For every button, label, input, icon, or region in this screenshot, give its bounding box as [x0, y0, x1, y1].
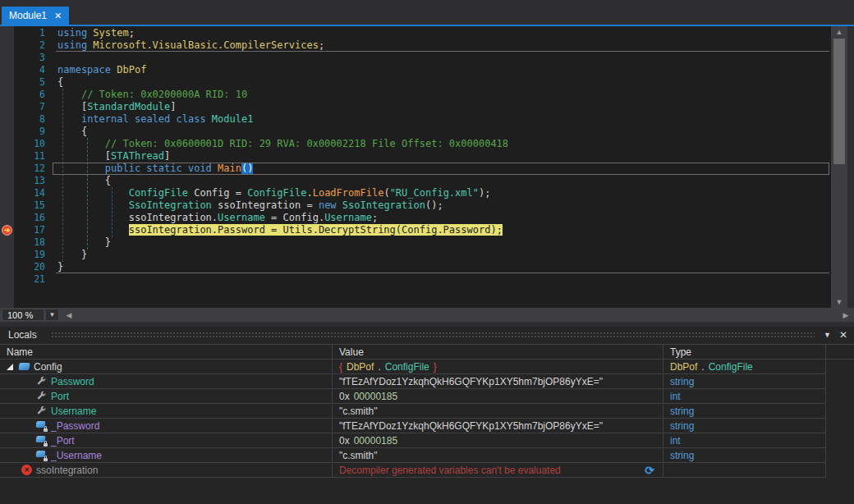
locals-row[interactable]: Username"c.smith"string: [0, 404, 854, 419]
code-line[interactable]: 19 }: [0, 249, 831, 261]
locals-row[interactable]: Port0x00000185int: [0, 389, 854, 404]
variable-name: Password: [51, 374, 94, 389]
value-cell[interactable]: {DbPof.ConfigFile}: [333, 360, 663, 374]
property-wrench-icon: [36, 405, 47, 416]
type-cell: int: [663, 433, 826, 448]
code-line[interactable]: 12 public static void Main(): [0, 163, 831, 175]
locals-panel: Locals ▼ ✕ Name Value Type Config{DbPof.…: [0, 327, 854, 504]
tab-close-icon[interactable]: ✕: [54, 11, 62, 21]
value-cell[interactable]: 0x00000185: [333, 433, 663, 448]
variable-name: ssoIntegration: [36, 463, 98, 478]
locals-close-icon[interactable]: ✕: [839, 329, 847, 341]
code-line[interactable]: 11 [STAThread]: [0, 150, 831, 163]
code-line[interactable]: 7 [StandardModule]: [0, 101, 831, 113]
name-cell[interactable]: _Username: [0, 448, 333, 463]
line-number: 2: [0, 39, 45, 52]
code-editor[interactable]: 1using System;2using Microsoft.VisualBas…: [0, 26, 831, 308]
type-cell: string: [663, 374, 826, 389]
code-line[interactable]: 6 // Token: 0x0200000A RID: 10: [0, 89, 831, 101]
value-cell[interactable]: 0x00000185: [333, 389, 663, 404]
scroll-down-icon[interactable]: ▼: [831, 298, 847, 306]
tab-title: Module1: [9, 10, 47, 21]
column-header-name[interactable]: Name: [0, 345, 333, 360]
variable-name: _Password: [51, 419, 99, 433]
value-cell[interactable]: "fTEzAfYDoz1YzkqhQkH6GQFYKp1XY5hm7bjOP86…: [333, 374, 663, 389]
scroll-up-icon[interactable]: ▲: [831, 28, 847, 36]
variable-name: _Port: [51, 433, 75, 448]
line-number: 18: [0, 236, 45, 249]
dnspy-debugger-window: Module1 ✕ 1using System;2using Microsoft…: [0, 0, 854, 504]
breakpoint-current-statement-icon[interactable]: ➜: [2, 225, 12, 236]
current-line-box: [53, 163, 829, 175]
code-lines: 1using System;2using Microsoft.VisualBas…: [0, 27, 831, 286]
locals-row[interactable]: _Password"fTEzAfYDoz1YzkqhQkH6GQFYKp1XY5…: [0, 419, 854, 433]
name-cell[interactable]: Config: [0, 360, 333, 374]
column-header-value[interactable]: Value: [333, 345, 663, 360]
code-line[interactable]: 20}: [0, 261, 831, 273]
name-cell[interactable]: Port: [0, 389, 333, 404]
name-cell[interactable]: Username: [0, 404, 333, 419]
name-cell[interactable]: ✕ssoIntegration: [0, 463, 333, 478]
line-number: 12: [0, 163, 45, 175]
line-number: 4: [0, 64, 45, 76]
line-number: 15: [0, 199, 45, 212]
value-cell[interactable]: "c.smith": [333, 404, 663, 419]
private-field-icon: [36, 436, 47, 446]
variable-name: Config: [34, 360, 62, 374]
locals-row[interactable]: _Port0x00000185int: [0, 433, 854, 448]
window-position-icon[interactable]: ▼: [824, 331, 831, 339]
line-number: 16: [0, 212, 45, 224]
code-line[interactable]: 13 {: [0, 175, 831, 187]
line-number: 21: [0, 273, 45, 286]
field-icon: [19, 363, 30, 370]
locals-title-bar[interactable]: Locals ▼ ✕: [0, 327, 854, 343]
scroll-left-icon[interactable]: ◀: [61, 311, 77, 319]
vertical-scrollbar-thumb[interactable]: [833, 39, 845, 164]
code-line[interactable]: 1using System;: [0, 27, 831, 39]
code-line[interactable]: 14 ConfigFile Config = ConfigFile.LoadFr…: [0, 187, 831, 199]
zoom-level-value: 100 %: [7, 310, 33, 320]
code-line[interactable]: 16 ssoIntegration.Username = Config.User…: [0, 212, 831, 224]
name-cell[interactable]: _Port: [0, 433, 333, 448]
private-field-icon: [36, 451, 47, 460]
refresh-icon[interactable]: ⟳: [645, 463, 654, 478]
tab-module1[interactable]: Module1 ✕: [2, 7, 69, 25]
code-line[interactable]: 17 ssoIntegration.Password = Utils.Decry…: [0, 224, 831, 236]
line-number: 3: [0, 52, 45, 64]
code-line[interactable]: 9 {: [0, 126, 831, 138]
line-number: 20: [0, 261, 45, 273]
variable-name: _Username: [51, 448, 102, 463]
locals-title: Locals: [8, 329, 37, 341]
line-number: 13: [0, 175, 45, 187]
locals-row[interactable]: Password"fTEzAfYDoz1YzkqhQkH6GQFYKp1XY5h…: [0, 374, 854, 389]
zoom-level-control[interactable]: 100 %: [2, 309, 44, 321]
value-cell[interactable]: "fTEzAfYDoz1YzkqhQkH6GQFYKp1XY5hm7bjOP86…: [333, 419, 663, 433]
code-line[interactable]: 10 // Token: 0x0600001D RID: 29 RVA: 0x0…: [0, 138, 831, 150]
editor-bottom-bar: 100 % ▼ ◀ ▶: [0, 308, 854, 322]
column-header-type[interactable]: Type: [663, 345, 826, 360]
editor-vertical-scrollbar[interactable]: ▲ ▼: [831, 26, 847, 308]
line-number: 7: [0, 101, 45, 113]
tab-bar: Module1 ✕: [0, 0, 854, 25]
code-line[interactable]: 18 }: [0, 236, 831, 249]
name-cell[interactable]: Password: [0, 374, 333, 389]
code-line[interactable]: 4namespace DbPof: [0, 64, 831, 76]
locals-row[interactable]: Config{DbPof.ConfigFile}DbPof.ConfigFile: [0, 360, 854, 374]
scroll-right-icon[interactable]: ▶: [838, 311, 854, 319]
expander-icon[interactable]: [7, 364, 13, 370]
locals-row[interactable]: ✕ssoIntegrationDecompiler generated vari…: [0, 463, 854, 478]
code-line[interactable]: 21: [0, 273, 831, 286]
value-cell[interactable]: Decompiler generated variables can't be …: [333, 463, 663, 478]
code-line[interactable]: 3: [0, 52, 831, 64]
code-line[interactable]: 5{: [0, 76, 831, 89]
code-line[interactable]: 2using Microsoft.VisualBasic.CompilerSer…: [0, 39, 831, 52]
private-field-icon: [36, 421, 47, 431]
name-cell[interactable]: _Password: [0, 419, 333, 433]
line-number: 5: [0, 76, 45, 89]
locals-row[interactable]: _Username"c.smith"string: [0, 448, 854, 463]
code-line[interactable]: 15 SsoIntegration ssoIntegration = new S…: [0, 199, 831, 212]
error-icon: ✕: [21, 465, 32, 475]
zoom-dropdown-icon[interactable]: ▼: [45, 309, 59, 321]
code-line[interactable]: 8 internal sealed class Module1: [0, 113, 831, 126]
value-cell[interactable]: "c.smith": [333, 448, 663, 463]
